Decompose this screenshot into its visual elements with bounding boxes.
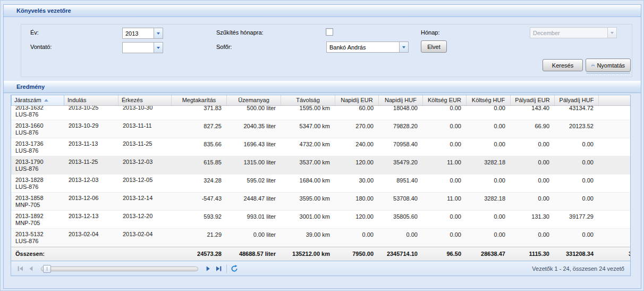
tractor-label: Vontató: [30, 44, 52, 50]
cell-cost_huf: 0.00 [467, 138, 511, 156]
last-page-button[interactable] [214, 263, 224, 274]
cell-departure: 2013-02-04 [64, 229, 118, 246]
column-header-napidij-eur[interactable]: Napidíj EUR [335, 95, 379, 105]
page-slider-track[interactable] [41, 267, 198, 271]
cell-arrival: 2013-02-04 [118, 229, 172, 246]
cell-toll_eur: 0.00 [511, 174, 555, 192]
totals-daily-eur: 7950.00 [335, 247, 379, 261]
app-window: Könyvelés vezetőre Év: Vontató: Szűkítés… [0, 0, 644, 291]
toolbar-separator [226, 264, 227, 273]
paging-status: Vezetők 1 - 24, összesen 24 vezető [532, 265, 626, 272]
column-header-jaratszam[interactable]: Járatszám [11, 95, 64, 105]
column-header-erkezes[interactable]: Érkezés [118, 95, 172, 105]
column-header-uzemanyag[interactable]: Üzemanyag [227, 95, 281, 105]
plate-number: LUS-876 [15, 238, 61, 245]
column-header-napidij-huf[interactable]: Napidíj HUF [379, 95, 423, 105]
totals-fuel: 48688.57 liter [227, 247, 281, 261]
cell-toll_eur: 131.30 [511, 211, 555, 228]
cell-distance: 39.00 km [281, 229, 335, 246]
cell-toll_huf: 0.00 [555, 138, 599, 156]
print-button[interactable]: Nyomtatás [586, 59, 631, 72]
chevron-down-icon[interactable] [154, 43, 163, 53]
cell-distance: 1684.00 km [281, 174, 335, 192]
table-row[interactable]: 2013-1660LUS-8762013-10-292013-11-11827.… [11, 120, 630, 138]
table-row[interactable]: 2013-1858MNP-7052013-12-062013-12-14-547… [11, 193, 630, 211]
table-row[interactable]: 2013-1632LUS-8762013-10-252013-10-30371.… [11, 106, 630, 120]
totals-row: Összesen: 24573.28 48688.57 liter 135212… [11, 247, 630, 261]
table-row[interactable]: 2013-1828LUS-8762013-12-032013-12-05324.… [11, 174, 630, 193]
cell-savings: 371.83 [172, 106, 227, 120]
narrow-month-checkbox[interactable] [326, 28, 333, 36]
cell-toll_huf: 43134.72 [555, 106, 599, 120]
cell-fuel: 993.01 liter [227, 211, 281, 228]
cell-toll_huf: 0.00 [555, 156, 599, 174]
cell-fuel: 1315.00 liter [227, 156, 281, 174]
totals-clipped-column: 3 [599, 247, 630, 261]
year-select[interactable]: 2013 [122, 28, 163, 39]
driver-value: Bankó András [329, 44, 366, 51]
cell-cost_huf: 0.00 [467, 174, 511, 192]
cell-filler [599, 211, 630, 228]
plate-number: LUS-876 [15, 165, 61, 172]
table-row[interactable]: 2013-1736LUS-8762013-11-132013-11-25835.… [11, 138, 630, 156]
table-row[interactable]: 2013-5132LUS-8762013-02-042013-02-0421.2… [11, 229, 630, 247]
refresh-button[interactable] [229, 263, 240, 274]
narrow-month-label: Szűkítés hónapra: [216, 29, 264, 36]
cell-daily_eur: 270.00 [335, 120, 379, 138]
totals-label: Összesen: [11, 247, 64, 261]
result-title: Eredmény [16, 84, 45, 90]
cell-filler [599, 193, 630, 210]
cell-distance: 3001.00 km [281, 211, 335, 228]
prev-page-button[interactable] [26, 263, 36, 274]
cell-savings: -547.43 [172, 193, 227, 210]
cell-fuel: 595.02 liter [227, 174, 281, 192]
first-page-button[interactable] [15, 263, 26, 274]
cell-departure: 2013-11-25 [64, 156, 118, 174]
next-page-button[interactable] [203, 263, 214, 274]
month-select[interactable]: December [530, 27, 617, 38]
chevron-down-icon[interactable] [154, 28, 163, 38]
column-header-koltseg-eur[interactable]: Költség EUR [423, 95, 467, 105]
column-header-megtakaritas[interactable]: Megtakarítás [172, 95, 227, 105]
search-button[interactable]: Keresés [543, 59, 583, 71]
cell-cost_eur: 0.00 [423, 138, 467, 156]
page-slider[interactable] [41, 264, 198, 273]
cell-departure: 2013-10-25 [64, 106, 118, 120]
cell-daily_huf: 18048.00 [379, 106, 423, 120]
cell-daily_eur: 180.00 [335, 193, 379, 210]
cell-cost_huf: 0.00 [467, 106, 511, 120]
chevron-down-icon[interactable] [399, 42, 408, 52]
cell-departure: 2013-12-06 [64, 193, 118, 210]
cell-cost_eur: 0.00 [423, 229, 467, 246]
table-row[interactable]: 2013-1790LUS-8762013-11-252013-12-03615.… [11, 156, 630, 174]
column-header-indulas[interactable]: Indulás [64, 95, 118, 105]
driver-select[interactable]: Bankó András [326, 41, 409, 53]
grid-body: 2013-1632LUS-8762013-10-252013-10-30371.… [11, 106, 630, 247]
plate-number: LUS-876 [15, 129, 61, 136]
last-page-icon [215, 264, 223, 273]
table-row[interactable]: 2013-1892MNP-7052013-12-132013-12-20593.… [11, 211, 630, 229]
column-header-filler [599, 95, 630, 105]
cell-departure: 2013-11-13 [64, 138, 118, 156]
cell-cost_eur: 0.00 [423, 120, 467, 138]
column-header-palyadij-huf[interactable]: Pályadíj HUF [555, 95, 599, 105]
cell-cost_eur: 0.00 [423, 106, 467, 120]
cell-arrival: 2013-12-05 [118, 174, 172, 192]
cell-savings: 21.29 [172, 229, 227, 246]
discard-button[interactable]: Elvet [421, 40, 447, 53]
tractor-select[interactable] [122, 42, 163, 53]
column-header-tavolsag[interactable]: Távolság [281, 95, 335, 105]
grid-header: Járatszám Indulás Érkezés Megtakarítás Ü… [11, 95, 630, 106]
cell-cost_huf: 3282.18 [467, 156, 511, 174]
cell-daily_eur: 120.00 [335, 156, 379, 174]
sort-asc-icon [44, 99, 48, 102]
column-header-koltseg-huf[interactable]: Költség HUF [467, 95, 511, 105]
column-header-palyadij-eur[interactable]: Pályadíj EUR [511, 95, 555, 105]
cell-cost_eur: 0.00 [423, 211, 467, 228]
page-slider-thumb[interactable] [43, 265, 51, 273]
cell-arrival: 2013-10-30 [118, 106, 172, 120]
main-panel: Könyvelés vezetőre Év: Vontató: Szűkítés… [3, 4, 641, 289]
filter-form: Év: Vontató: Szűkítés hónapra: Sofőr: Hó… [21, 24, 632, 77]
cell-filler [599, 174, 630, 192]
cell-arrival: 2013-12-14 [118, 193, 172, 210]
